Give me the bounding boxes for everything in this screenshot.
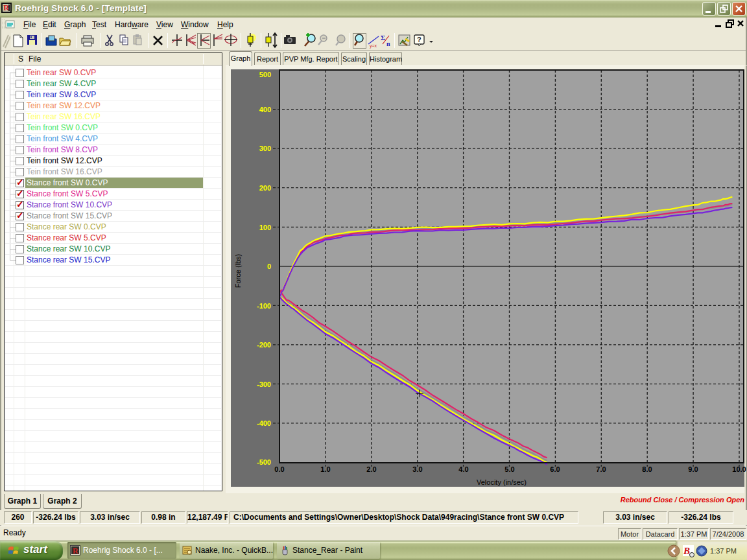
svg-text:?: ? — [417, 36, 421, 43]
svg-text:B: B — [683, 546, 690, 556]
svg-text:Σ: Σ — [381, 34, 385, 41]
svg-text:R: R — [73, 546, 78, 555]
svg-text:n: n — [386, 40, 390, 47]
svg-text:y=x: y=x — [370, 43, 377, 49]
